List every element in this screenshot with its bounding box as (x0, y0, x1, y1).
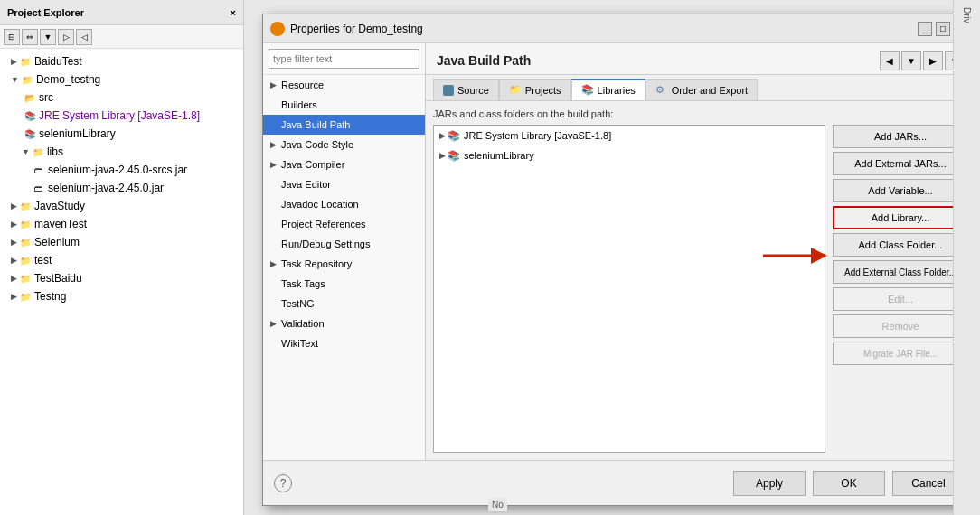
nav-item-java-build-path[interactable]: Java Build Path (263, 115, 425, 135)
jar-item-label: seleniumLibrary (464, 150, 534, 161)
nav-item-run-debug[interactable]: Run/Debug Settings (263, 234, 425, 254)
link-btn[interactable]: ⇔ (22, 29, 38, 45)
tree-item-label: seleniumLibrary (39, 127, 116, 140)
back-nav-btn[interactable]: ◀ (880, 51, 900, 70)
tree-item-selenium-library[interactable]: 📚 seleniumLibrary (0, 125, 243, 143)
jar-item-selenium-library[interactable]: ▶ 📚 seleniumLibrary (434, 145, 825, 165)
nav-item-java-code-style[interactable]: ▶ Java Code Style (263, 135, 425, 154)
nav-item-project-references[interactable]: Project References (263, 214, 425, 234)
tree-item-jar-srcs[interactable]: 🗃 selenium-java-2.45.0-srcs.jar (0, 161, 243, 179)
nav-item-task-repository[interactable]: ▶ Task Repository (263, 254, 425, 274)
header-nav-buttons: ◀ ▼ ▶ ▼ (880, 51, 965, 70)
jars-list[interactable]: ▶ 📚 JRE System Library [JavaSE-1.8] ▶ 📚 … (433, 125, 825, 453)
add-jars-btn[interactable]: Add JARs... (833, 125, 968, 148)
tab-source[interactable]: Source (433, 79, 499, 100)
forward-btn[interactable]: ▷ (58, 29, 74, 45)
expand-arrow: ▼ (11, 75, 19, 84)
nav-dropdown-btn[interactable]: ▼ (901, 51, 921, 70)
tab-projects[interactable]: 📁 Projects (499, 79, 571, 100)
nav-item-wikitext[interactable]: WikiText (263, 333, 425, 353)
properties-dialog: Properties for Demo_testng _ □ × ▶ (262, 14, 976, 506)
nav-item-label: WikiText (281, 338, 318, 349)
no-label-area: No (488, 498, 507, 511)
expand-arrow: ▶ (11, 274, 17, 283)
action-buttons: Add JARs... Add External JARs... Add Var… (833, 125, 968, 453)
tree-item-baidutest[interactable]: ▶ 📁 BaiduTest (0, 52, 243, 70)
ok-btn[interactable]: OK (813, 471, 885, 496)
nav-item-label: Validation (281, 318, 325, 329)
tree-item-test[interactable]: ▶ 📁 test (0, 251, 243, 269)
remove-btn[interactable]: Remove (833, 314, 968, 338)
jar-icon: 🗃 (33, 182, 45, 194)
add-class-folder-btn[interactable]: Add Class Folder... (833, 233, 968, 257)
tab-order-export[interactable]: ⚙ Order and Export (645, 79, 758, 100)
add-external-jars-btn[interactable]: Add External JARs... (833, 152, 968, 175)
dialog-minimize-btn[interactable]: _ (918, 22, 932, 36)
apply-btn[interactable]: Apply (733, 471, 806, 496)
nav-item-label: Java Compiler (281, 159, 344, 170)
migrate-jar-btn[interactable]: Migrate JAR File... (833, 342, 968, 365)
collapse-btn[interactable]: ⊟ (4, 29, 20, 45)
expand-arrow: ▶ (11, 220, 17, 229)
add-variable-btn[interactable]: Add Variable... (833, 179, 968, 202)
expand-arrow: ▶ (11, 292, 17, 301)
tree-item-label: src (39, 91, 53, 104)
project-icon: 📁 (19, 272, 32, 285)
nav-item-javadoc[interactable]: Javadoc Location (263, 194, 425, 214)
panel-header: Project Explorer × (0, 0, 243, 25)
nav-item-java-compiler[interactable]: ▶ Java Compiler (263, 154, 425, 174)
tab-libraries[interactable]: 📚 Libraries (571, 79, 645, 100)
tree-item-src[interactable]: 📂 src (0, 89, 243, 107)
tree-item-testng[interactable]: ▶ 📁 Testng (0, 287, 243, 305)
help-btn[interactable]: ? (274, 474, 292, 492)
tree-item-label: selenium-java-2.45.0-srcs.jar (48, 164, 187, 176)
panel-title: Project Explorer (7, 7, 84, 18)
project-tree: ▶ 📁 BaiduTest ▼ 📁 Demo_testng 📂 src 📚 JR… (0, 49, 243, 309)
nav-item-label: Run/Debug Settings (281, 239, 370, 249)
menu-btn[interactable]: ▼ (40, 29, 56, 45)
no-label-text: No (492, 500, 504, 510)
nav-expand-arrow: ▶ (270, 160, 281, 169)
tree-item-label: mavenTest (34, 218, 87, 230)
tree-item-javastudy[interactable]: ▶ 📁 JavaStudy (0, 197, 243, 215)
tab-label: Source (457, 85, 489, 96)
panel-close[interactable]: × (231, 7, 236, 18)
tree-item-label: BaiduTest (34, 55, 82, 68)
filter-input[interactable] (269, 49, 419, 69)
nav-item-task-tags[interactable]: Task Tags (263, 274, 425, 294)
dialog-titlebar: Properties for Demo_testng _ □ × (263, 14, 975, 43)
dialog-maximize-btn[interactable]: □ (936, 22, 950, 36)
nav-item-builders[interactable]: Builders (263, 95, 425, 115)
dialog-body: ▶ Resource Builders Java Build Path ▶ Ja… (263, 43, 975, 460)
tree-item-selenium[interactable]: ▶ 📁 Selenium (0, 233, 243, 251)
folder-icon: 📂 (24, 91, 36, 104)
add-external-class-folder-btn[interactable]: Add External Class Folder... (833, 260, 968, 284)
tree-item-maventest[interactable]: ▶ 📁 mavenTest (0, 215, 243, 233)
nav-item-java-editor[interactable]: Java Editor (263, 174, 425, 194)
nav-expand-arrow: ▶ (270, 80, 281, 89)
add-library-btn[interactable]: Add Library... (833, 206, 968, 229)
nav-item-label: Builders (281, 99, 317, 110)
forward-nav-btn[interactable]: ▶ (923, 51, 943, 70)
panel-toolbar: ⊟ ⇔ ▼ ▷ ◁ (0, 25, 243, 49)
tree-item-testbaidu[interactable]: ▶ 📁 TestBaidu (0, 269, 243, 287)
project-icon: 📁 (19, 218, 32, 230)
back-btn[interactable]: ◁ (76, 29, 92, 45)
nav-item-validation[interactable]: ▶ Validation (263, 314, 425, 333)
tree-item-jre[interactable]: 📚 JRE System Library [JavaSE-1.8] (0, 107, 243, 125)
nav-item-resource[interactable]: ▶ Resource (263, 75, 425, 95)
nav-item-label: Project References (281, 219, 366, 229)
tab-label: Order and Export (672, 85, 748, 96)
tree-item-jar[interactable]: 🗃 selenium-java-2.45.0.jar (0, 179, 243, 197)
tree-item-libs[interactable]: ▼ 📁 libs (0, 143, 243, 161)
tree-item-label: JavaStudy (34, 200, 85, 212)
nav-item-label: Java Code Style (281, 139, 353, 150)
right-header: Java Build Path ◀ ▼ ▶ ▼ (426, 43, 975, 75)
tabs-bar: Source 📁 Projects 📚 Libraries ⚙ Orde (426, 75, 975, 101)
jar-item-jre[interactable]: ▶ 📚 JRE System Library [JavaSE-1.8] (434, 126, 825, 145)
nav-item-testng[interactable]: TestNG (263, 294, 425, 314)
tree-item-demo-testng[interactable]: ▼ 📁 Demo_testng (0, 70, 243, 89)
edit-btn[interactable]: Edit... (833, 287, 968, 311)
bottom-left: ? (274, 474, 292, 492)
order-tab-icon: ⚙ (655, 84, 668, 97)
